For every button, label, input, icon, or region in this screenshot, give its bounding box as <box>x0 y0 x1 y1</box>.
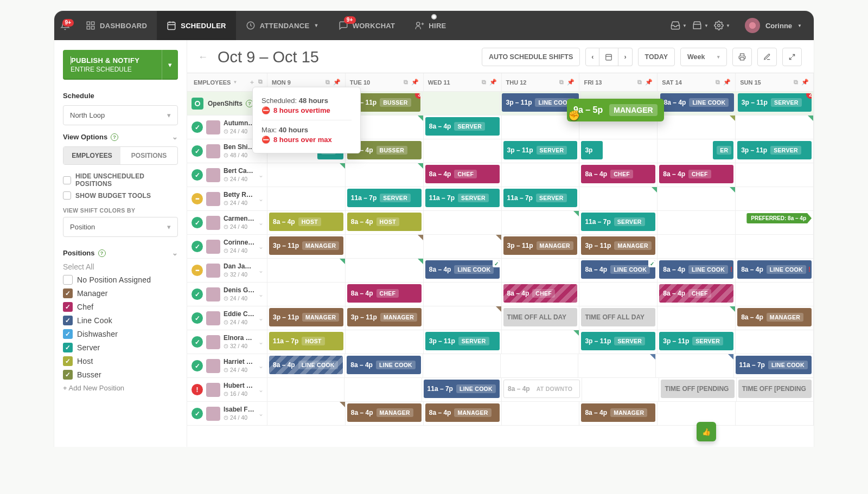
position-filter-item[interactable]: ✓Host <box>63 356 178 366</box>
schedule-cell[interactable] <box>267 402 346 426</box>
shift-block[interactable]: 3p <box>581 141 603 159</box>
select-all-link[interactable]: Select All <box>63 262 178 271</box>
schedule-cell[interactable]: 11a – 7pHOST <box>267 330 346 354</box>
schedule-cell[interactable]: 11a – 7pSERVER <box>346 187 424 211</box>
schedule-cell[interactable] <box>736 235 814 259</box>
schedule-cell[interactable]: 8a – 4pLINE COOK✓ <box>424 259 502 283</box>
shift-block[interactable]: 8a – 4pLINE COOK✓ <box>581 260 655 279</box>
schedule-cell[interactable] <box>502 330 580 354</box>
store-menu[interactable]: ▼ <box>690 15 711 36</box>
schedule-cell[interactable] <box>658 187 736 211</box>
schedule-cell[interactable]: 8a – 4pAT DOWNTO <box>502 378 582 402</box>
schedule-cell[interactable]: 8a – 4pMANAGER <box>346 402 424 426</box>
position-filter-item[interactable]: ✓Busser <box>63 370 178 380</box>
schedule-cell[interactable]: ER <box>658 139 736 163</box>
shift-block[interactable]: 8a – 4pMANAGER <box>347 403 422 422</box>
shift-block[interactable]: 11a – 7pSERVER <box>425 189 500 207</box>
schedule-cell[interactable] <box>582 378 659 402</box>
schedule-cell[interactable]: 8a – 4pSERVER <box>424 116 502 139</box>
shift-block[interactable]: 8a – 4pLINE COOK✓ <box>425 260 500 279</box>
shift-block[interactable]: 8a – 4pHOST <box>347 213 422 231</box>
schedule-cell[interactable]: 3p – 11pMANAGER <box>346 306 424 330</box>
schedule-cell[interactable]: 3p – 11pMANAGER <box>267 235 346 259</box>
chevron-down-icon[interactable]: ⌄ <box>258 243 264 251</box>
schedule-cell[interactable]: TIME OFF ALL DAY <box>579 306 658 330</box>
thumbs-up-fab[interactable]: 👍 <box>697 422 716 441</box>
copy-icon[interactable]: ⧉ <box>482 79 486 86</box>
shift-block[interactable]: TIME OFF [PENDING <box>738 380 812 398</box>
schedule-cell[interactable] <box>502 163 580 187</box>
position-filter-item[interactable]: No Position Assigned <box>63 275 178 285</box>
fullscreen-button[interactable] <box>782 48 802 66</box>
employee-cell[interactable]: ✓Elnora Blevins32 / 40⌄ <box>187 330 267 354</box>
hide-unscheduled-checkbox[interactable]: HIDE UNSCHEDULED POSITIONS <box>63 172 178 188</box>
pin-icon[interactable]: 📌 <box>411 79 419 86</box>
shift-block[interactable]: 8a – 4pMANAGER <box>737 308 812 326</box>
schedule-cell[interactable]: 8a – 4pCHEF <box>346 283 424 306</box>
schedule-cell[interactable]: 11a – 7pLINE COOK <box>734 354 814 378</box>
chevron-down-icon[interactable]: ⌄ <box>258 291 264 298</box>
employee-cell[interactable]: ✓Carmen Lowe24 / 40⌄ <box>187 211 267 235</box>
calendar-picker-button[interactable] <box>599 48 618 66</box>
chevron-down-icon[interactable]: ⌄ <box>258 267 264 274</box>
employee-cell[interactable]: ✓Bert Castro24 / 40⌄ <box>187 163 267 187</box>
copy-icon[interactable]: ⧉ <box>404 79 408 86</box>
position-filter-item[interactable]: ✓Server <box>63 343 178 352</box>
schedule-cell[interactable]: TIME OFF ALL DAY <box>502 306 580 330</box>
shift-block[interactable]: 8a – 4pCHEF <box>425 165 500 183</box>
shift-block[interactable]: 8a – 4pCHEF <box>581 165 655 183</box>
pin-icon[interactable]: 📌 <box>801 79 809 86</box>
schedule-cell[interactable]: 8a – 4pHOST <box>346 211 424 235</box>
shift-block[interactable]: TIME OFF [PENDING <box>661 380 734 398</box>
pin-icon[interactable]: 📌 <box>489 79 497 86</box>
nav-workchat[interactable]: WORKCHAT 9+ <box>329 11 405 40</box>
schedule-cell[interactable] <box>346 259 424 283</box>
back-button[interactable]: ← <box>194 52 212 63</box>
schedule-cell[interactable]: 8a – 4pCHEF <box>658 283 736 306</box>
schedule-cell[interactable] <box>736 116 814 139</box>
shift-block[interactable]: TIME OFF ALL DAY <box>581 308 655 326</box>
settings-menu[interactable]: ▼ <box>711 15 733 36</box>
schedule-cell[interactable]: 3p – 11pSERVER <box>658 330 736 354</box>
position-filter-item[interactable]: ✓Dishwasher <box>63 329 178 339</box>
schedule-cell[interactable]: 8a – 4pCHEF <box>579 163 658 187</box>
publish-notify-button[interactable]: PUBLISH & NOTIFY ENTIRE SCHEDULE ▾ <box>63 50 178 80</box>
shift-block[interactable]: 8a – 4pLINE COOK <box>347 356 420 374</box>
shift-block[interactable]: 8a – 4pLINE COOK <box>269 356 343 374</box>
schedule-cell[interactable]: 8a – 4pLINE COOK✓ <box>579 259 658 283</box>
shift-block[interactable]: 11a – 7pSERVER <box>347 189 422 207</box>
shift-block[interactable]: 8a – 4pAT DOWNTO <box>503 380 580 398</box>
help-icon[interactable]: ? <box>111 133 118 141</box>
shift-block[interactable]: TIME OFF ALL DAY <box>503 308 578 326</box>
schedule-cell[interactable]: 3p – 11pSERVER <box>736 139 814 163</box>
schedule-cell[interactable]: 8a – 4pHOST <box>267 211 346 235</box>
shift-block[interactable]: 8a – 4pHOST <box>269 213 343 231</box>
shift-block[interactable]: 8a – 4pCHEF <box>659 165 733 183</box>
schedule-cell[interactable]: 11a – 7pSERVER <box>502 187 580 211</box>
schedule-cell[interactable] <box>346 235 424 259</box>
shift-block[interactable]: 8a – 4pLINE COOK <box>660 93 734 112</box>
shift-block[interactable]: 8a – 4pMANAGER <box>425 403 500 422</box>
employee-cell[interactable]: ✓Denis Gillespie24 / 40⌄ <box>187 283 267 306</box>
schedule-cell[interactable] <box>501 354 578 378</box>
shift-block[interactable]: 8a – 4pMANAGER <box>581 403 655 422</box>
schedule-cell[interactable] <box>658 211 736 235</box>
schedule-cell[interactable] <box>423 354 501 378</box>
schedule-cell[interactable] <box>344 378 422 402</box>
shift-block[interactable]: 8a – 4pCHEF <box>659 284 733 303</box>
schedule-cell[interactable] <box>502 259 580 283</box>
position-filter-item[interactable]: ✓Chef <box>63 302 178 312</box>
next-week-button[interactable]: › <box>618 48 632 66</box>
schedule-cell[interactable]: 3p – 11pMANAGER <box>502 235 580 259</box>
schedule-cell[interactable] <box>424 235 502 259</box>
schedule-cell[interactable] <box>424 211 502 235</box>
schedule-cell[interactable] <box>502 211 580 235</box>
schedule-cell[interactable] <box>423 92 500 116</box>
schedule-cell[interactable]: 11a – 7pSERVER <box>424 187 502 211</box>
schedule-cell[interactable]: 8a – 4pMANAGER <box>424 402 502 426</box>
schedule-cell[interactable] <box>736 283 814 306</box>
schedule-cell[interactable]: 8a – 4pLINE COOK <box>659 92 736 116</box>
schedule-cell[interactable] <box>267 378 344 402</box>
chevron-down-icon[interactable]: ⌄ <box>258 219 264 227</box>
schedule-cell[interactable]: PREFERRED: 8a – 4p <box>736 211 814 235</box>
